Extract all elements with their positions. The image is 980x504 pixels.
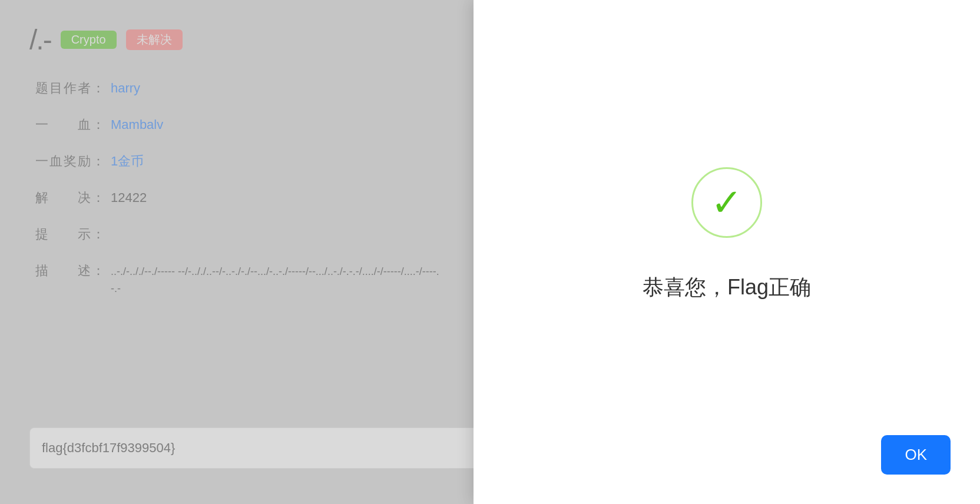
- modal-overlay: ✓ 恭喜您，Flag正确 OK: [0, 0, 980, 504]
- modal-message: 恭喜您，Flag正确: [643, 273, 811, 302]
- check-circle: ✓: [691, 167, 762, 238]
- page-background: /.- Crypto 未解决 题目作者： harry 一 血： Mambalv …: [0, 0, 980, 504]
- success-modal: ✓ 恭喜您，Flag正确 OK: [474, 0, 980, 504]
- checkmark-icon: ✓: [711, 184, 743, 221]
- ok-button[interactable]: OK: [881, 435, 951, 475]
